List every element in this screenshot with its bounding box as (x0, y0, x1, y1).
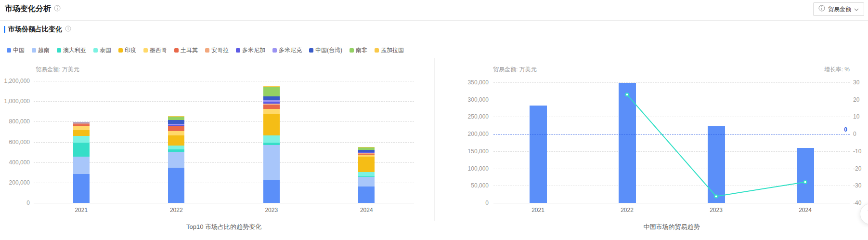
bar-segment[interactable] (168, 152, 184, 168)
legend-swatch (309, 48, 313, 53)
legend-label: 泰国 (100, 47, 111, 53)
legend-item[interactable]: 越南 (32, 47, 50, 53)
back-to-top-button[interactable] (860, 203, 868, 225)
section-accent-bar (4, 26, 5, 33)
bar-segment[interactable] (168, 124, 184, 125)
bar-segment[interactable] (73, 122, 90, 123)
line-marker[interactable] (715, 195, 718, 198)
legend-item[interactable]: 多米尼加 (236, 47, 265, 53)
bar-segment[interactable] (358, 150, 375, 152)
y-axis-right-tick-label: 20 (853, 97, 868, 103)
bar-segment[interactable] (358, 157, 375, 172)
bar-segment[interactable] (73, 123, 90, 123)
legend-item[interactable]: 澳大利亚 (57, 47, 86, 53)
bar-segment[interactable] (358, 176, 375, 177)
metric-selector-dropdown[interactable]: 贸易金额 (813, 2, 864, 16)
legend-item[interactable]: 中国(台湾) (309, 47, 342, 53)
legend-swatch (205, 48, 209, 53)
market-change-analysis-panel: 市场变化分析 贸易金额 市场份额占比变化 中国越南澳大利亚泰国印度墨西哥土耳其安… (0, 0, 868, 240)
bar-segment[interactable] (358, 177, 375, 187)
bar-segment[interactable] (168, 120, 184, 124)
bar-segment[interactable] (358, 147, 375, 147)
bar-segment[interactable] (263, 114, 280, 135)
bar-segment[interactable] (358, 152, 375, 152)
bar-segment[interactable] (263, 87, 280, 96)
bar-segment[interactable] (73, 124, 90, 126)
bar-segment[interactable] (263, 96, 280, 100)
legend-item[interactable]: 泰国 (93, 47, 111, 53)
legend-item[interactable]: 中国 (7, 47, 25, 53)
bar-segment[interactable] (73, 136, 90, 142)
y-axis-right-tick-label: -20 (853, 166, 868, 172)
bar-segment[interactable] (263, 135, 280, 143)
legend-item[interactable]: 墨西哥 (143, 47, 167, 53)
y-axis-left-tick-label: 150,000 (460, 148, 489, 154)
y-axis-left-tick-label: 350,000 (460, 80, 489, 85)
legend-label: 印度 (125, 47, 136, 53)
bar-segment[interactable] (168, 149, 184, 151)
bar-segment[interactable] (358, 172, 375, 176)
legend-item[interactable]: 土耳其 (174, 47, 198, 53)
bar-segment[interactable] (73, 123, 90, 124)
legend-swatch (375, 48, 379, 53)
bar-segment[interactable] (263, 100, 280, 102)
page-title-text: 市场变化分析 (5, 4, 51, 14)
x-axis-tick-label: 2024 (791, 207, 820, 213)
bar-segment[interactable] (73, 143, 90, 157)
bar-segment[interactable] (358, 155, 375, 157)
line-marker[interactable] (804, 181, 807, 184)
gridline (34, 101, 414, 102)
bar-segment[interactable] (168, 126, 184, 126)
page-title: 市场变化分析 (5, 4, 61, 14)
bar-segment[interactable] (168, 131, 184, 135)
chevron-down-icon (854, 5, 859, 13)
info-circle-icon[interactable] (54, 5, 61, 13)
bar-segment[interactable] (168, 146, 184, 149)
y-axis-left-tick-label: 250,000 (460, 114, 489, 120)
growth-rate-line[interactable] (493, 82, 850, 208)
bar-segment[interactable] (73, 122, 90, 122)
bar-segment[interactable] (358, 154, 375, 155)
y-axis-right-tick-label: 0 (853, 131, 868, 137)
bar-segment[interactable] (358, 187, 375, 203)
legend-label: 中国(台湾) (315, 47, 342, 53)
bar-segment[interactable] (263, 102, 280, 104)
bar-segment[interactable] (263, 105, 280, 108)
right-chart-left-unit-label: 贸易金额: 万美元 (493, 66, 537, 74)
bar-segment[interactable] (73, 130, 90, 136)
y-axis-left-tick-label: 0 (460, 200, 489, 206)
legend-item[interactable]: 安哥拉 (205, 47, 229, 53)
bar-segment[interactable] (73, 174, 90, 203)
gridline (34, 183, 414, 183)
bar-segment[interactable] (168, 168, 184, 203)
legend-label: 安哥拉 (211, 47, 229, 53)
legend-swatch (57, 48, 61, 53)
legend-item[interactable]: 印度 (118, 47, 136, 53)
line-marker[interactable] (626, 93, 629, 96)
gridline (34, 142, 414, 143)
bar-segment[interactable] (263, 180, 280, 203)
gridline (34, 81, 414, 81)
bar-segment[interactable] (358, 147, 375, 150)
bar-segment[interactable] (168, 135, 184, 146)
legend-swatch (32, 48, 36, 53)
bar-segment[interactable] (168, 125, 184, 126)
legend-item[interactable]: 多米尼克 (272, 47, 302, 53)
bar-segment[interactable] (263, 86, 280, 87)
legend-item[interactable]: 孟加拉国 (375, 47, 404, 53)
bar-segment[interactable] (73, 157, 90, 174)
bar-segment[interactable] (358, 153, 375, 154)
bar-segment[interactable] (263, 145, 280, 180)
y-axis-right-tick-label: 30 (853, 80, 868, 85)
legend-swatch (272, 48, 277, 53)
bar-segment[interactable] (263, 109, 280, 114)
legend-swatch (174, 48, 179, 53)
bar-segment[interactable] (168, 126, 184, 131)
bar-segment[interactable] (263, 143, 280, 145)
legend-item[interactable]: 南非 (350, 47, 367, 53)
bar-segment[interactable] (358, 152, 375, 153)
bar-segment[interactable] (263, 104, 280, 105)
info-circle-icon[interactable] (65, 25, 71, 34)
bar-segment[interactable] (168, 117, 184, 120)
bar-segment[interactable] (73, 126, 90, 131)
